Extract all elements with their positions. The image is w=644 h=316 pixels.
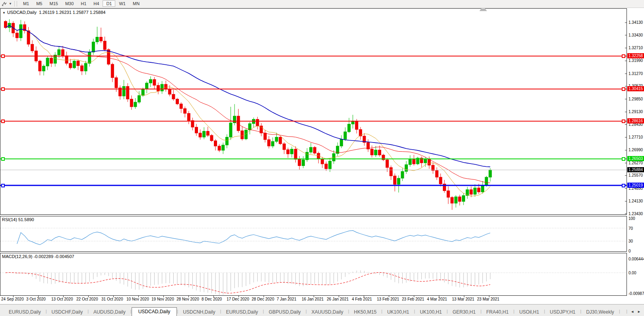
hline-anchor (1, 157, 5, 161)
date-label: 23 Mar 2021 (477, 297, 499, 301)
date-tick (138, 296, 139, 297)
timeframe-button-w1[interactable]: W1 (115, 0, 129, 7)
hline-anchor (622, 157, 625, 161)
date-tick (414, 296, 414, 297)
macd-label: MACD(12,26,9) -0.002289 -0.004507 (2, 254, 74, 259)
price-tick: 1.24130 (628, 199, 643, 203)
date-label: 24 Sep 2020 (1, 297, 24, 301)
tab-uk100-h1[interactable]: UK100,H1 (415, 308, 446, 316)
crosshair-tool-icon[interactable] (0, 0, 9, 7)
price-tick: 1.31270 (628, 71, 643, 76)
tab-usdcnh-daily[interactable]: USDCNH,Daily (178, 308, 220, 316)
tab-gbpusd-daily[interactable]: GBPUSD,Daily (264, 308, 306, 316)
date-label: 31 Oct 2020 (101, 297, 123, 301)
macd-tick-max: 0.006444 (628, 257, 644, 261)
hline-price-label: 1.28616 (627, 118, 644, 123)
date-label: 16 Jan 2021 (302, 297, 324, 301)
tab-scroll-arrows: | ◄ ► (623, 307, 644, 316)
tab-ger30-h1[interactable]: GER30,H1 (448, 308, 480, 316)
date-label: 28 Dec 2020 (252, 297, 274, 301)
hline-price-label: 1.25019 (627, 183, 644, 188)
hline-anchor (622, 54, 625, 58)
hline-anchor (1, 54, 5, 58)
chart-title-ohlc: 1.26119 1.26231 1.25877 1.25884 (39, 10, 105, 15)
date-label: 13 Oct 2020 (51, 297, 73, 301)
tab-china300-h1[interactable]: CHINA300,H1 (620, 308, 623, 316)
timeframe-button-m1[interactable]: M1 (19, 0, 33, 7)
hline-anchor (1, 184, 5, 187)
price-tick: 1.29130 (628, 110, 643, 114)
date-label: 4 Feb 2021 (352, 297, 372, 301)
rsi-tick: 70 (628, 226, 633, 231)
tab-scroll-right-icon[interactable]: ► (637, 310, 641, 314)
date-label: 13 Feb 2021 (377, 297, 399, 301)
hline-anchor (622, 119, 625, 123)
toolbar-grip[interactable] (14, 1, 17, 6)
hline-price-label: 1.32258 (627, 53, 644, 58)
price-chart-canvas[interactable] (0, 8, 627, 215)
tab-xauusd-daily[interactable]: XAUUSD,Daily (306, 308, 348, 316)
date-label: 28 Nov 2020 (177, 297, 199, 301)
timeframe-button-d1[interactable]: D1 (103, 0, 115, 7)
tab-usoil-h1[interactable]: USOil,H1 (514, 308, 544, 316)
price-tick: 1.32710 (628, 46, 643, 50)
macd-tick-min: -0.00987 (628, 291, 644, 296)
date-tick (239, 296, 239, 297)
rsi-label: RSI(14) 51.5890 (2, 217, 34, 222)
chart-menu-icon[interactable]: ▼ (2, 11, 6, 15)
hline-anchor (622, 184, 625, 187)
tool-dropdown-caret[interactable]: ▼ (9, 2, 12, 6)
tab-uk100-h1[interactable]: UK100,H1 (382, 308, 414, 316)
date-tick (264, 296, 264, 297)
date-tick (88, 296, 89, 297)
rsi-value: 51.5890 (18, 217, 34, 222)
timeframe-button-m30[interactable]: M30 (62, 0, 77, 7)
date-tick (163, 296, 164, 297)
symbol-tabs: EURUSD,Daily|USDCHF,Daily|AUDUSD,Daily|U… (0, 307, 623, 316)
tab-eurusd-daily[interactable]: EURUSD,Daily (4, 308, 46, 316)
tab-hk50-m15[interactable]: HK50,M15 (349, 308, 381, 316)
tab-usdcad-daily[interactable]: USDCAD,Daily (132, 307, 177, 316)
date-tick (339, 296, 339, 297)
tab-usdjpy-h1[interactable]: USDJPY,H1 (545, 308, 580, 316)
tab-fra40-h1[interactable]: FRA40,H1 (481, 308, 513, 316)
mt4-terminal: { "toolbar": { "timeframes": ["M1","M5",… (0, 0, 644, 316)
tab-usdchf-daily[interactable]: USDCHF,Daily (47, 308, 88, 316)
timeframe-button-mn[interactable]: MN (129, 0, 143, 7)
date-tick (63, 296, 64, 297)
rsi-tick: 30 (628, 239, 633, 243)
price-tick: 1.29850 (628, 97, 643, 101)
price-tick: 1.27710 (628, 135, 643, 139)
timeframe-button-m5[interactable]: M5 (33, 0, 46, 7)
price-tick: 1.26270 (628, 161, 643, 165)
tab-scroll-left-icon[interactable]: ◄ (630, 310, 634, 314)
price-tick: 1.33430 (628, 33, 643, 37)
hline-price-label: 1.30415 (627, 86, 644, 91)
date-tick (364, 296, 364, 297)
hline-anchor (1, 87, 5, 91)
timeframe-button-m15[interactable]: M15 (46, 0, 61, 7)
price-tick: 1.26990 (628, 148, 643, 152)
date-tick (289, 296, 289, 297)
date-tick (113, 296, 114, 297)
chart-shift-marker[interactable] (479, 5, 487, 11)
price-tick: 1.25570 (628, 173, 643, 177)
date-label: 7 Jan 2021 (277, 297, 297, 301)
timeframe-button-h1[interactable]: H1 (77, 0, 90, 7)
date-label: 13 Mar 2021 (452, 297, 474, 301)
date-tick (13, 296, 14, 297)
tab-audusd-daily[interactable]: AUDUSD,Daily (89, 308, 130, 316)
chart-title: ▼USDCAD,Daily 1.26119 1.26231 1.25877 1.… (2, 10, 105, 15)
date-label: 4 Mar 2021 (427, 297, 447, 301)
rsi-tick: 100 (628, 216, 635, 221)
timeframe-buttons: M1M5M15M30H1H4D1W1MN (19, 1, 143, 7)
macd-values: -0.002289 -0.004507 (33, 254, 74, 259)
rsi-chart-canvas[interactable] (0, 216, 627, 252)
hline-anchor (622, 87, 625, 91)
date-label: 19 Nov 2020 (151, 297, 174, 301)
date-label: 26 Jan 2021 (327, 297, 349, 301)
tab-eurusd-daily[interactable]: EURUSD,Daily (221, 308, 263, 316)
tab-dj30-weekly[interactable]: DJ30,Weekly (581, 308, 619, 316)
macd-chart-canvas[interactable] (0, 253, 627, 296)
timeframe-button-h4[interactable]: H4 (90, 0, 103, 7)
